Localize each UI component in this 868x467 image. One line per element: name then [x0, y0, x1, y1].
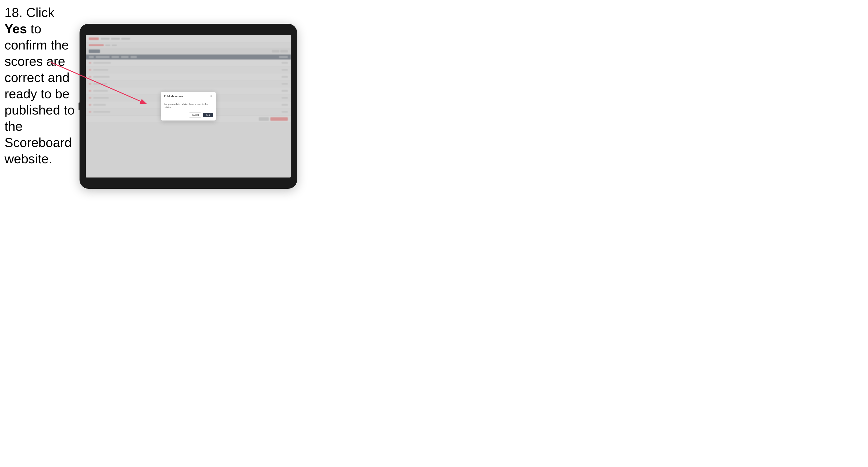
modal-close-button[interactable]: ×: [209, 94, 213, 98]
publish-scores-modal: Publish scores × Are you ready to publis…: [161, 92, 216, 121]
modal-footer: Cancel Yes: [161, 113, 216, 121]
modal-overlay: Publish scores × Are you ready to publis…: [86, 35, 291, 178]
instruction-suffix: to confirm the scores are correct and re…: [4, 22, 74, 166]
instruction-bold: Yes: [4, 22, 27, 36]
tablet-screen: Publish scores × Are you ready to publis…: [86, 35, 291, 178]
instruction-prefix: Click: [26, 5, 55, 20]
cancel-button[interactable]: Cancel: [189, 113, 201, 118]
modal-body: Are you ready to publish these scores to…: [161, 100, 216, 113]
modal-message: Are you ready to publish these scores to…: [164, 103, 213, 109]
modal-header: Publish scores ×: [161, 92, 216, 100]
tablet-side-button: [79, 102, 80, 110]
tablet-device: Publish scores × Are you ready to publis…: [80, 24, 297, 189]
modal-title: Publish scores: [164, 95, 183, 98]
yes-button[interactable]: Yes: [203, 113, 213, 117]
step-number: 18.: [4, 5, 23, 20]
instruction-text: 18. Click Yes to confirm the scores are …: [4, 4, 77, 167]
